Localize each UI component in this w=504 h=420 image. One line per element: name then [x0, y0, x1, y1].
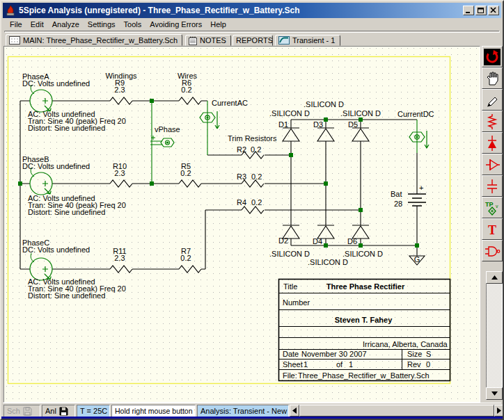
tab-reports[interactable]: REPORTS: [233, 35, 273, 46]
minimize-button[interactable]: [463, 6, 474, 15]
title-block[interactable]: Title Three Phase Rectifier Number Steve…: [279, 280, 450, 381]
resistor-icon: [484, 113, 501, 130]
notepad-icon: [189, 36, 197, 45]
source-phase-b[interactable]: [30, 168, 52, 195]
hscroll-right-button[interactable]: [494, 405, 504, 417]
menu-bar: File Edit Analyze Settings Tools Avoidin…: [3, 18, 501, 30]
schematic-save-button[interactable]: Sch: [3, 405, 40, 417]
analysis-status: Analysis: Transient - New: [197, 405, 289, 417]
tab-main-schematic[interactable]: MAIN: Three_Phase_Rectifier_w_Battery.Sc…: [6, 34, 182, 46]
svg-text:R3: R3: [237, 172, 246, 181]
svg-text:R2: R2: [237, 145, 246, 154]
scroll-down-button[interactable]: [486, 387, 503, 400]
svg-text:DC: Volts undefined: DC: Volts undefined: [22, 162, 90, 170]
hint-message: Hold right mouse button to Pan schematic: [111, 405, 196, 417]
tab-main-label: MAIN: Three_Phase_Rectifier_w_Battery.Sc…: [23, 36, 178, 45]
schematic-drawing: G: [3, 46, 480, 403]
svg-text:.SILICON D: .SILICON D: [269, 250, 310, 258]
analysis-save-button[interactable]: Anl: [42, 405, 75, 417]
transistor-icon: [484, 156, 501, 173]
test-point-button[interactable]: TP v: [482, 197, 503, 218]
close-button[interactable]: [488, 6, 499, 15]
probe-v-phase[interactable]: [150, 136, 174, 147]
svg-text:Title: Title: [283, 282, 297, 291]
svg-text:Number: Number: [283, 298, 310, 307]
svg-text:+: +: [419, 184, 423, 192]
tab-transient-label: Transient - 1: [292, 36, 335, 45]
svg-text:G: G: [414, 255, 420, 264]
annotation-trim-resistors: Trim Resistors: [228, 134, 277, 143]
title-bar[interactable]: 5Spice Analysis (unregistered) - Three_P…: [3, 3, 501, 18]
svg-text:Date: Date: [283, 350, 299, 358]
label-current-dc: CurrentDC: [397, 110, 434, 118]
battery-symbol[interactable]: [408, 194, 426, 206]
svg-text:Three_Phase_Rectifier_w_Batter: Three_Phase_Rectifier_w_Battery.Sch: [298, 371, 430, 380]
logic-gate-button[interactable]: [482, 240, 503, 261]
pencil-icon: [484, 92, 501, 108]
transistor-tool-button[interactable]: [482, 154, 503, 175]
window-bottom-edge: [1, 417, 503, 419]
source-phase-a[interactable]: [30, 85, 52, 112]
menu-avoiding-errors[interactable]: Avoiding Errors: [145, 19, 206, 29]
svg-text:Irricana, Alberta, Canada: Irricana, Alberta, Canada: [363, 340, 448, 348]
tab-bar: MAIN: Three_Phase_Rectifier_w_Battery.Sc…: [3, 34, 501, 46]
run-logo-button[interactable]: [482, 46, 503, 67]
svg-text:0.2: 0.2: [251, 198, 262, 207]
minimize-icon: [465, 7, 472, 14]
svg-text:Steven T. Fahey: Steven T. Fahey: [335, 316, 393, 324]
tab-notes[interactable]: NOTES: [185, 35, 231, 46]
probe-current-dc[interactable]: [409, 131, 429, 148]
svg-text:0.2: 0.2: [180, 254, 191, 262]
schematic-canvas[interactable]: G: [3, 46, 480, 403]
resistor-tool-button[interactable]: [482, 111, 503, 132]
anl-label: Anl: [45, 407, 56, 415]
svg-text:.SILICON D: .SILICON D: [269, 109, 310, 118]
tab-reports-label: REPORTS: [236, 36, 273, 45]
svg-text:File:: File:: [283, 371, 297, 380]
hand-pan-button[interactable]: [482, 67, 503, 89]
status-bar: Sch Anl T = 25C Hold right mouse button …: [3, 403, 501, 418]
source-phase-c[interactable]: [30, 253, 52, 280]
svg-text:Distort: Sine undefined: Distort: Sine undefined: [28, 208, 105, 216]
run-logo-icon: [484, 49, 501, 65]
svg-text:Rev: Rev: [407, 360, 421, 369]
text-tool-icon: T: [484, 221, 501, 238]
diode-tool-button[interactable]: [482, 132, 503, 154]
menu-file[interactable]: File: [6, 19, 26, 29]
svg-text:T: T: [488, 223, 496, 237]
svg-text:D4: D4: [313, 237, 322, 245]
menu-analyze[interactable]: Analyze: [48, 19, 84, 29]
vertical-scroll-track[interactable]: [486, 284, 503, 387]
menu-settings[interactable]: Settings: [84, 19, 120, 29]
vertical-scrollbar[interactable]: [486, 271, 503, 401]
probe-current-ac[interactable]: [200, 111, 219, 129]
hscroll-left-button[interactable]: [290, 405, 299, 417]
svg-text:DC: Volts undefined: DC: Volts undefined: [22, 245, 90, 254]
menu-help[interactable]: Help: [206, 19, 230, 29]
svg-text:1: 1: [304, 360, 308, 369]
arrow-left-icon: [292, 407, 297, 414]
svg-text:0.2: 0.2: [181, 86, 191, 94]
maximize-icon: [478, 7, 485, 14]
svg-text:DC: Volts undefined: DC: Volts undefined: [22, 79, 90, 88]
label-v-phase: vPhase: [155, 125, 180, 134]
menu-tools[interactable]: Tools: [120, 19, 146, 29]
svg-text:D3: D3: [313, 120, 323, 129]
svg-text:0.2: 0.2: [251, 172, 262, 181]
capacitor-tool-button[interactable]: [482, 175, 503, 197]
svg-text:2.3: 2.3: [114, 254, 125, 262]
diode-icon: [484, 135, 501, 152]
svg-text:2.3: 2.3: [114, 86, 125, 94]
svg-text:.SILICON D: .SILICON D: [304, 100, 344, 108]
temperature-indicator: T = 25C: [77, 405, 110, 417]
tab-transient[interactable]: Transient - 1: [275, 35, 340, 46]
hscroll-thumb[interactable]: [299, 405, 494, 417]
svg-text:.SILICON D: .SILICON D: [308, 258, 348, 266]
analysis-text: Analysis: Transient - New: [200, 407, 287, 415]
pencil-wire-button[interactable]: [482, 89, 503, 111]
maximize-button[interactable]: [475, 6, 487, 15]
ground-symbol[interactable]: G: [409, 255, 425, 265]
menu-edit[interactable]: Edit: [26, 19, 48, 29]
scroll-up-button[interactable]: [486, 271, 503, 284]
text-tool-button[interactable]: T: [482, 218, 503, 240]
